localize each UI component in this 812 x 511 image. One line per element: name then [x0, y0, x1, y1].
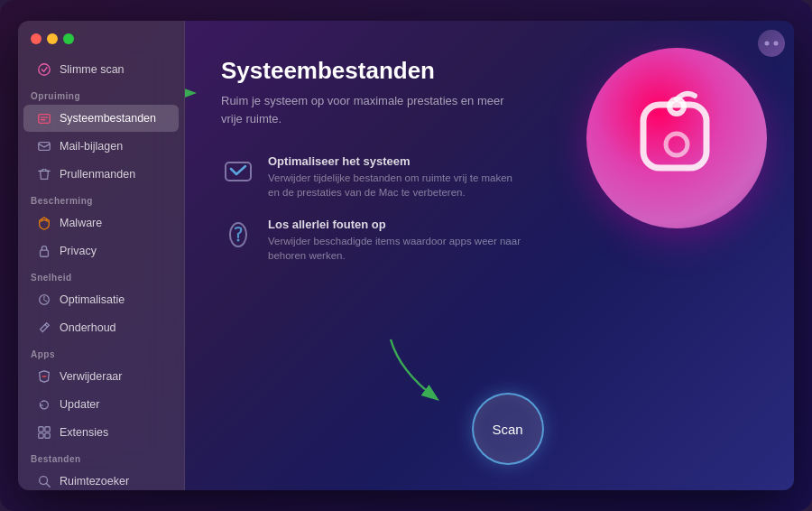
system-files-icon — [36, 110, 52, 126]
close-button[interactable] — [31, 33, 42, 44]
svg-point-12 — [765, 42, 770, 46]
feature-1-text: Optimaliseer het systeem Verwijder tijde… — [268, 154, 521, 200]
sidebar-item-extensions[interactable]: Extensies — [23, 419, 179, 446]
sidebar-item-system-files-label: Systeembestanden — [60, 112, 156, 125]
svg-rect-8 — [45, 433, 50, 438]
sidebar: Slimme scan Opruiming Systeembestanden — [18, 21, 185, 490]
sidebar-item-trash-label: Prullenmanden — [60, 168, 135, 181]
trash-icon — [36, 166, 52, 182]
svg-rect-1 — [39, 115, 50, 124]
traffic-lights — [18, 33, 184, 55]
sidebar-item-maintenance-label: Onderhoud — [60, 321, 116, 334]
maintenance-icon — [36, 320, 52, 336]
sidebar-item-system-files[interactable]: Systeembestanden — [23, 105, 179, 132]
sidebar-item-space-finder[interactable]: Ruimtezoeker — [23, 468, 179, 490]
sidebar-section-cleanup: Opruiming — [18, 84, 184, 104]
scan-button[interactable]: Scan — [472, 393, 544, 465]
svg-rect-2 — [39, 143, 50, 151]
sidebar-section-speed: Snelheid — [18, 265, 184, 285]
minimize-button[interactable] — [47, 33, 58, 44]
svg-point-13 — [774, 42, 779, 46]
feature-2-icon — [221, 218, 255, 252]
sidebar-item-updater-label: Updater — [60, 398, 99, 411]
svg-point-19 — [237, 239, 240, 242]
app-window: Slimme scan Opruiming Systeembestanden — [18, 21, 794, 490]
uninstaller-icon — [36, 368, 52, 385]
sidebar-item-extensions-label: Extensies — [60, 426, 108, 439]
updater-icon — [36, 396, 52, 413]
feature-1-icon — [221, 154, 255, 189]
extensions-icon — [36, 424, 52, 441]
sidebar-item-trash[interactable]: Prullenmanden — [23, 161, 179, 188]
sidebar-item-smart-scan-label: Slimme scan — [60, 63, 125, 76]
sidebar-section-protection: Bescherming — [18, 189, 184, 209]
page-title: Systeembestanden — [221, 57, 528, 85]
malware-icon — [36, 215, 52, 231]
feature-item-1: Optimaliseer het systeem Verwijder tijde… — [221, 154, 528, 200]
mail-icon — [36, 138, 52, 154]
feature-item-2: Los allerlei fouten op Verwijder beschad… — [221, 218, 528, 263]
svg-rect-6 — [45, 427, 50, 432]
sidebar-item-privacy-label: Privacy — [60, 245, 97, 257]
svg-rect-7 — [39, 433, 43, 438]
sidebar-item-uninstaller[interactable]: Verwijderaar — [23, 363, 179, 390]
svg-rect-5 — [39, 427, 43, 432]
sidebar-item-uninstaller-label: Verwijderaar — [60, 370, 122, 383]
space-finder-icon — [36, 473, 52, 489]
feature-list: Optimaliseer het systeem Verwijder tijde… — [221, 154, 528, 263]
privacy-icon — [36, 243, 52, 259]
scan-button-container: Scan — [472, 393, 544, 465]
svg-point-16 — [666, 134, 687, 155]
sidebar-item-updater[interactable]: Updater — [23, 391, 179, 418]
feature-2-desc: Verwijder beschadigde items waardoor app… — [268, 234, 521, 263]
feature-1-desc: Verwijder tijdelijke bestanden om ruimte… — [268, 171, 521, 200]
sidebar-item-optimization[interactable]: Optimalisatie — [23, 286, 179, 313]
arrow-sidebar — [185, 79, 201, 110]
avatar-button[interactable] — [758, 30, 785, 57]
sidebar-item-smart-scan[interactable]: Slimme scan — [23, 56, 179, 83]
maximize-button[interactable] — [63, 33, 74, 44]
svg-point-0 — [39, 64, 50, 75]
sidebar-item-malware-label: Malware — [60, 217, 102, 229]
feature-2-title: Los allerlei fouten op — [268, 218, 521, 231]
feature-1-title: Optimaliseer het systeem — [268, 154, 521, 168]
feature-2-text: Los allerlei fouten op Verwijder beschad… — [268, 218, 521, 263]
smart-scan-icon — [36, 61, 52, 78]
sidebar-item-maintenance[interactable]: Onderhoud — [23, 314, 179, 341]
page-subtitle: Ruim je systeem op voor maximale prestat… — [221, 92, 510, 127]
sidebar-item-privacy[interactable]: Privacy — [23, 237, 179, 265]
feature-hero-icon — [586, 48, 767, 228]
sidebar-item-malware[interactable]: Malware — [23, 209, 179, 237]
main-content-area: Systeembestanden Ruim je systeem op voor… — [185, 21, 794, 490]
sidebar-item-space-finder-label: Ruimtezoeker — [60, 475, 129, 488]
arrow-scan — [382, 335, 463, 411]
hero-icon-inner — [623, 84, 731, 192]
sidebar-section-files: Bestanden — [18, 447, 184, 467]
sidebar-item-optimization-label: Optimalisatie — [60, 293, 125, 306]
sidebar-section-apps: Apps — [18, 342, 184, 362]
text-content: Systeembestanden Ruim je systeem op voor… — [221, 57, 528, 263]
sidebar-item-mail-attachments[interactable]: Mail-bijlagen — [23, 133, 179, 160]
optimization-icon — [36, 292, 52, 308]
sidebar-item-mail-label: Mail-bijlagen — [60, 140, 123, 153]
svg-rect-3 — [41, 250, 49, 256]
